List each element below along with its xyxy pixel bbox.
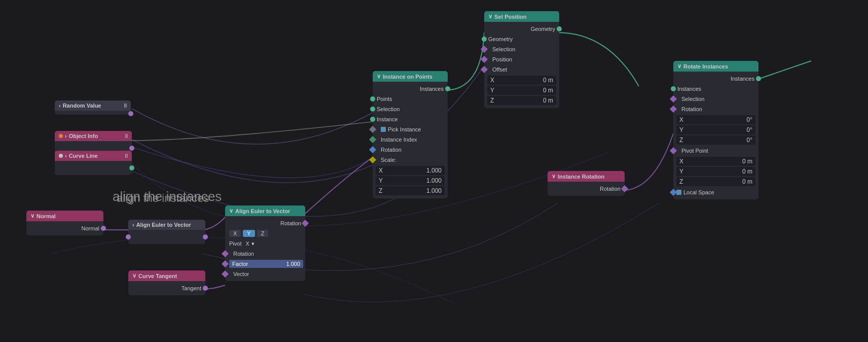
pick-instance-label: Pick Instance <box>388 126 421 132</box>
rotation-socket <box>369 146 376 153</box>
pivot-value[interactable]: X <box>245 241 249 247</box>
local-space-checkbox[interactable] <box>676 190 681 195</box>
node-curve-tangent-title: Curve Tangent <box>138 273 177 279</box>
scale-label: Scale: <box>377 157 396 163</box>
axis-z-button[interactable]: Z <box>257 230 269 237</box>
align-large-rotation-in-label: Rotation <box>229 251 254 257</box>
node-curve-line-header[interactable]: › Curve Line II <box>55 151 132 161</box>
factor-value: 1.000 <box>286 261 300 267</box>
node-instance-on-points-body: Instances Points Selection Instance Pick… <box>373 82 448 198</box>
align-small-out-socket <box>203 234 208 240</box>
collapse-icon[interactable]: ∨ <box>132 272 136 279</box>
geometry-output-label: Geometry <box>531 26 555 32</box>
pivot-x-value: 0 m <box>742 158 752 165</box>
align-large-rotation-in-diamond <box>222 250 229 257</box>
normal-output-label: Normal <box>82 225 99 231</box>
node-rotate-instances-title: Rotate Instances <box>683 63 728 70</box>
node-curve-line-badge: II <box>125 153 128 159</box>
scale-z-row: Z 1.000 <box>376 186 445 195</box>
node-random-value-badge: II <box>124 103 127 109</box>
rot-z-label: Z <box>679 136 683 144</box>
scale-diamond <box>369 156 376 163</box>
pivot-dropdown-icon[interactable]: ▾ <box>251 241 255 247</box>
collapse-icon[interactable]: ∨ <box>229 208 233 214</box>
node-align-euler-large-header[interactable]: ∨ Align Euler to Vector <box>225 206 305 216</box>
scale-x-row: X 1.000 <box>376 166 445 175</box>
offset-z-row: Z 0 m <box>487 96 556 105</box>
axis-y-button[interactable]: Y <box>243 230 255 237</box>
collapse-icon[interactable]: › <box>132 222 134 228</box>
node-random-value-body <box>55 111 131 115</box>
instance-index-diamond <box>369 136 376 143</box>
node-curve-tangent-body: Tangent <box>128 281 205 295</box>
node-curve-tangent: ∨ Curve Tangent Tangent <box>128 270 205 295</box>
pivot-point-label: Pivot Point <box>677 148 708 154</box>
points-socket <box>370 96 375 101</box>
node-rotate-instances-body: Instances Instances Selection Rotation X… <box>673 72 758 199</box>
pivot-label: Pivot <box>229 241 241 247</box>
node-object-info-badge: II <box>125 133 128 139</box>
set-pos-geometry-label: Geometry <box>488 36 513 42</box>
collapse-icon[interactable]: ∨ <box>377 73 381 80</box>
set-pos-geometry-in <box>482 37 487 42</box>
collapse-icon[interactable]: ∨ <box>488 13 492 20</box>
node-normal: ∨ Normal Normal <box>26 211 103 235</box>
node-align-euler-small-header[interactable]: › Align Euler to Vector <box>128 220 205 230</box>
pivot-y-label: Y <box>679 168 683 175</box>
instance-index-label: Instance Index <box>377 136 417 143</box>
local-space-diamond <box>670 189 677 196</box>
scale-z-value: 1.000 <box>426 187 442 194</box>
instances-output-label: Instances <box>420 86 444 92</box>
instance-label: Instance <box>377 116 398 122</box>
collapse-icon[interactable]: ∨ <box>30 213 34 219</box>
offset-y-value: 0 m <box>543 87 553 94</box>
node-instance-on-points-title: Instance on Points <box>383 74 432 80</box>
offset-z-label: Z <box>490 97 494 104</box>
set-pos-selection-diamond <box>481 46 488 53</box>
rot-y-row: Y 0° <box>676 125 755 134</box>
set-pos-offset-label: Offset <box>488 66 507 73</box>
pivot-z-row: Z 0 m <box>676 177 755 186</box>
align-large-vector-label: Vector <box>229 271 249 277</box>
align-small-in-socket <box>126 234 131 240</box>
selection-socket <box>370 107 375 112</box>
object-info-output-socket <box>129 146 134 151</box>
annotation-label: align the instances <box>113 189 222 204</box>
node-curve-tangent-header[interactable]: ∨ Curve Tangent <box>128 270 205 281</box>
node-instance-rotation: ∨ Instance Rotation Rotation <box>548 171 625 196</box>
node-object-info-title: Object Info <box>69 133 98 139</box>
node-instance-rotation-title: Instance Rotation <box>558 174 604 180</box>
node-instance-on-points-header[interactable]: ∨ Instance on Points <box>373 71 448 82</box>
rotate-inst-selection-label: Selection <box>677 96 704 102</box>
scale-y-row: Y 1.000 <box>376 176 445 185</box>
collapse-icon[interactable]: › <box>59 102 61 109</box>
node-random-value-header[interactable]: › Random Value II <box>55 100 131 111</box>
node-instance-rotation-header[interactable]: ∨ Instance Rotation <box>548 171 625 182</box>
rotate-inst-rotation-diamond <box>670 106 677 113</box>
tangent-output-socket <box>203 286 208 291</box>
rotate-inst-selection-diamond <box>670 95 677 102</box>
collapse-icon[interactable]: ∨ <box>677 63 681 70</box>
points-label: Points <box>377 96 392 102</box>
collapse-icon[interactable]: › <box>65 133 67 139</box>
random-value-output-socket <box>128 111 133 116</box>
rotate-inst-instances-label: Instances <box>677 86 701 92</box>
node-curve-line: › Curve Line II <box>55 151 132 175</box>
axis-x-button[interactable]: X <box>229 230 241 237</box>
node-set-position-title: Set Position <box>494 14 527 20</box>
collapse-icon[interactable]: ∨ <box>552 173 556 180</box>
collapse-icon[interactable]: › <box>65 153 67 159</box>
offset-z-value: 0 m <box>543 97 553 104</box>
node-align-euler-large-body: Rotation X Y Z Pivot X ▾ Rotation Factor… <box>225 216 305 281</box>
node-object-info-header[interactable]: › Object Info II <box>55 131 132 141</box>
node-set-position-header[interactable]: ∨ Set Position <box>484 11 559 22</box>
pick-instance-checkbox[interactable] <box>381 127 386 132</box>
object-info-dot <box>59 134 63 138</box>
node-rotate-instances-header[interactable]: ∨ Rotate Instances <box>673 61 758 72</box>
offset-x-value: 0 m <box>543 77 553 84</box>
pivot-y-value: 0 m <box>742 168 752 175</box>
rot-x-row: X 0° <box>676 115 755 124</box>
factor-field[interactable]: Factor 1.000 <box>229 260 303 268</box>
rot-y-value: 0° <box>747 126 752 133</box>
node-normal-header[interactable]: ∨ Normal <box>26 211 103 221</box>
